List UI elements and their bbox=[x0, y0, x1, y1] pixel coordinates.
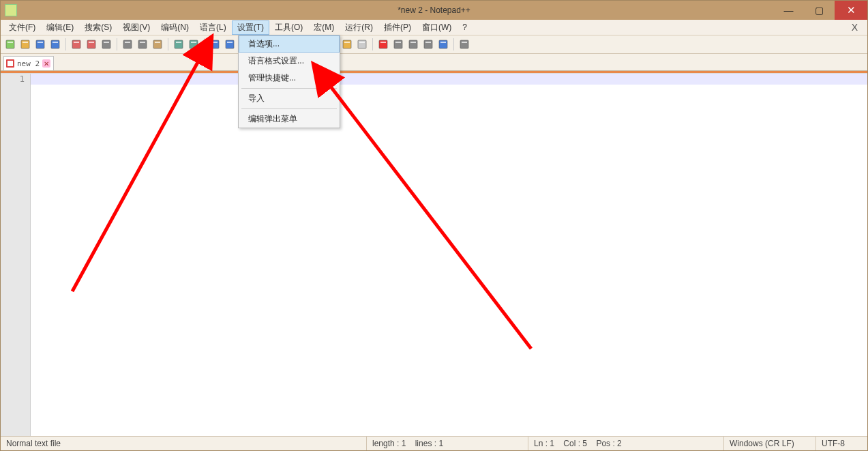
menu-item-3[interactable]: 视图(V) bbox=[117, 20, 155, 35]
doc-icon bbox=[357, 39, 368, 50]
toolbar-replace-button[interactable] bbox=[223, 38, 237, 51]
title-bar[interactable]: *new 2 - Notepad++ — ▢ ✕ bbox=[1, 1, 867, 20]
menu-item-0[interactable]: 文件(F) bbox=[3, 20, 41, 35]
toolbar bbox=[1, 35, 867, 54]
app-icon bbox=[5, 4, 17, 16]
toolbar-save-all-button[interactable] bbox=[48, 38, 62, 51]
toolbar-record-start-button[interactable] bbox=[376, 38, 390, 51]
menu-item-9[interactable]: 运行(R) bbox=[340, 20, 378, 35]
menu-item-12[interactable]: ? bbox=[457, 21, 473, 33]
toolbar-redo-button[interactable] bbox=[187, 38, 200, 51]
status-position: Ln : 1 Col : 5 Pos : 2 bbox=[528, 437, 724, 450]
svg-rect-43 bbox=[359, 42, 365, 43]
app-window: *new 2 - Notepad++ — ▢ ✕ 文件(F)编辑(E)搜索(S)… bbox=[0, 0, 868, 451]
toolbar-folder-button[interactable] bbox=[340, 38, 354, 51]
svg-rect-23 bbox=[191, 42, 196, 43]
toolbar-separator bbox=[168, 38, 168, 50]
minimize-button[interactable]: — bbox=[773, 1, 804, 20]
svg-rect-19 bbox=[155, 42, 160, 43]
print-icon bbox=[101, 39, 112, 50]
toolbar-record-save-button[interactable] bbox=[436, 38, 450, 51]
open-file-icon bbox=[20, 39, 31, 50]
svg-rect-6 bbox=[51, 40, 59, 48]
toolbar-undo-button[interactable] bbox=[172, 38, 185, 51]
toolbar-save-button[interactable] bbox=[33, 38, 47, 51]
maximize-button[interactable]: ▢ bbox=[804, 1, 835, 20]
menu-item-5[interactable]: 语言(L) bbox=[194, 20, 232, 35]
status-eol[interactable]: Windows (CR LF) bbox=[724, 437, 816, 450]
menu-item-7[interactable]: 工具(O) bbox=[269, 20, 308, 35]
svg-rect-42 bbox=[358, 40, 366, 48]
svg-rect-52 bbox=[439, 40, 447, 48]
cut-icon bbox=[122, 39, 133, 50]
close-all-icon bbox=[86, 39, 97, 50]
close-icon bbox=[71, 39, 82, 50]
code-editor[interactable] bbox=[31, 74, 867, 436]
svg-rect-12 bbox=[102, 40, 110, 48]
svg-rect-8 bbox=[72, 40, 80, 48]
svg-rect-50 bbox=[424, 40, 432, 48]
new-file-icon bbox=[5, 39, 16, 50]
toolbar-help-button[interactable] bbox=[458, 38, 471, 51]
svg-rect-7 bbox=[53, 42, 58, 43]
toolbar-doc-button[interactable] bbox=[355, 38, 369, 51]
svg-rect-3 bbox=[23, 42, 28, 43]
toolbar-record-stop-button[interactable] bbox=[391, 38, 405, 51]
menu-item-4[interactable]: 编码(N) bbox=[155, 20, 194, 35]
svg-rect-18 bbox=[153, 40, 162, 48]
svg-rect-53 bbox=[440, 42, 446, 43]
toolbar-record-play-button[interactable] bbox=[406, 38, 420, 51]
toolbar-print-button[interactable] bbox=[100, 38, 113, 51]
tab-new-2[interactable]: new 2 ✕ bbox=[3, 56, 54, 70]
svg-rect-5 bbox=[38, 42, 43, 43]
dropdown-item-4[interactable]: 导入 bbox=[239, 90, 340, 107]
svg-rect-16 bbox=[138, 40, 147, 48]
svg-rect-51 bbox=[425, 42, 431, 43]
menu-bar: 文件(F)编辑(E)搜索(S)视图(V)编码(N)语言(L)设置(T)工具(O)… bbox=[1, 20, 867, 35]
svg-rect-26 bbox=[226, 40, 234, 48]
menu-item-11[interactable]: 窗口(W) bbox=[417, 20, 457, 35]
status-bar: Normal text file length : 1 lines : 1 Ln… bbox=[1, 436, 867, 450]
copy-icon bbox=[137, 39, 148, 50]
record-start-icon bbox=[378, 39, 389, 50]
toolbar-copy-button[interactable] bbox=[136, 38, 149, 51]
redo-icon bbox=[188, 39, 199, 50]
menu-item-10[interactable]: 插件(P) bbox=[378, 20, 417, 35]
svg-rect-10 bbox=[87, 40, 95, 48]
menu-item-2[interactable]: 搜索(S) bbox=[79, 20, 117, 35]
window-title: *new 2 - Notepad++ bbox=[398, 5, 470, 15]
undo-icon bbox=[173, 39, 184, 50]
close-button[interactable]: ✕ bbox=[835, 1, 867, 20]
toolbar-separator bbox=[372, 38, 373, 50]
toolbar-cut-button[interactable] bbox=[121, 38, 134, 51]
svg-rect-9 bbox=[74, 42, 79, 43]
mdi-close-button[interactable]: X bbox=[845, 22, 865, 33]
toolbar-close-all-button[interactable] bbox=[85, 38, 98, 51]
status-encoding[interactable]: UTF-8 bbox=[816, 437, 868, 450]
toolbar-paste-button[interactable] bbox=[151, 38, 164, 51]
svg-rect-25 bbox=[212, 42, 218, 43]
toolbar-separator bbox=[204, 38, 205, 50]
svg-rect-15 bbox=[125, 42, 130, 43]
menu-item-6[interactable]: 设置(T) bbox=[232, 20, 269, 35]
menu-item-1[interactable]: 编辑(E) bbox=[41, 20, 79, 35]
svg-rect-27 bbox=[227, 42, 233, 43]
svg-rect-49 bbox=[410, 42, 416, 43]
dropdown-item-0[interactable]: 首选项... bbox=[239, 35, 340, 53]
dropdown-item-6[interactable]: 编辑弹出菜单 bbox=[239, 111, 340, 128]
menu-item-8[interactable]: 宏(M) bbox=[308, 20, 340, 35]
toolbar-find-button[interactable] bbox=[208, 38, 222, 51]
dropdown-item-2[interactable]: 管理快捷键... bbox=[239, 70, 340, 87]
dropdown-item-1[interactable]: 语言格式设置... bbox=[239, 53, 340, 70]
save-all-icon bbox=[50, 39, 61, 50]
toolbar-record-play-multi-button[interactable] bbox=[421, 38, 435, 51]
toolbar-close-button[interactable] bbox=[70, 38, 83, 51]
svg-rect-47 bbox=[395, 42, 401, 43]
toolbar-new-file-button[interactable] bbox=[3, 38, 17, 51]
svg-rect-0 bbox=[6, 40, 14, 48]
help-icon bbox=[459, 39, 470, 50]
tab-close-button[interactable]: ✕ bbox=[42, 59, 50, 68]
toolbar-open-file-button[interactable] bbox=[18, 38, 32, 51]
find-icon bbox=[209, 39, 220, 50]
record-play-icon bbox=[408, 39, 419, 50]
